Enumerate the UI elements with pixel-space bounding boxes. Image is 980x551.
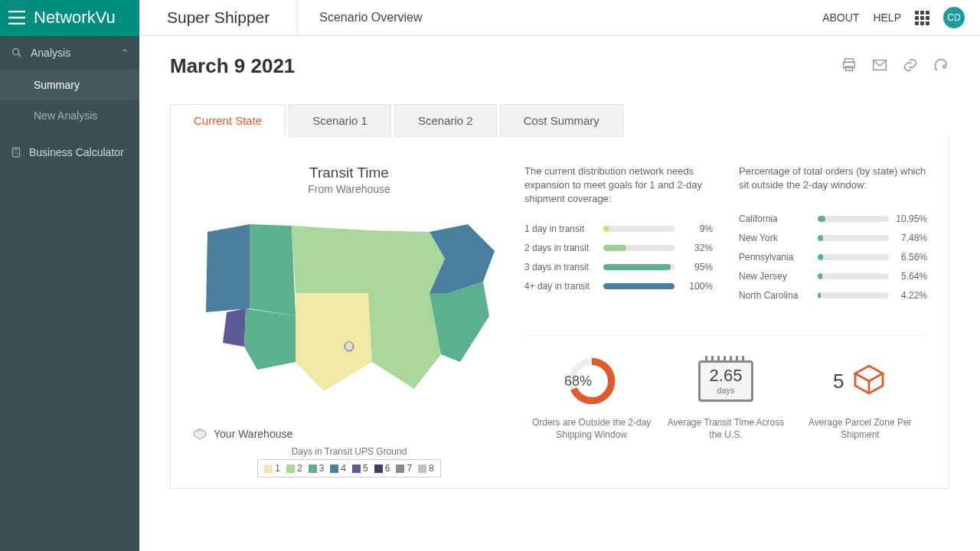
legend-title: Days in Transit UPS Ground bbox=[192, 446, 506, 457]
state-bar bbox=[818, 292, 889, 298]
sidebar-item-business-calculator[interactable]: Business Calculator bbox=[0, 135, 139, 169]
svg-rect-4 bbox=[845, 66, 852, 70]
state-row: North Carolina4.22% bbox=[739, 290, 927, 301]
transit-bar bbox=[603, 245, 675, 251]
sidebar: Analysis ⌃ Summary New Analysis Business… bbox=[0, 36, 139, 551]
legend-item: 3 bbox=[309, 463, 325, 474]
outside-caption: Orders are Outside the 2-day Shipping Wi… bbox=[531, 417, 653, 441]
avg-transit-value: 2.65 bbox=[710, 366, 743, 386]
support-icon[interactable] bbox=[933, 57, 949, 77]
outside-value: 68% bbox=[564, 373, 592, 390]
state-value: 6.56% bbox=[895, 252, 927, 262]
calculator-icon bbox=[11, 146, 21, 158]
state-row: New Jersey5.64% bbox=[739, 271, 927, 282]
warehouse-label: Your Warehouse bbox=[214, 428, 292, 440]
svg-point-0 bbox=[13, 49, 19, 55]
state-bar bbox=[818, 254, 889, 260]
help-link[interactable]: HELP bbox=[873, 11, 901, 24]
legend-item: 2 bbox=[286, 463, 302, 474]
map-title: Transit Time bbox=[192, 165, 506, 181]
avg-transit-caption: Average Transit Time Across the U.S. bbox=[665, 417, 787, 441]
transit-value: 95% bbox=[681, 262, 713, 272]
chevron-up-icon: ⌃ bbox=[121, 47, 129, 58]
transit-label: 3 days in transit bbox=[524, 262, 597, 272]
transit-label: 4+ day in transit bbox=[524, 281, 597, 292]
state-label: California bbox=[739, 214, 812, 224]
states-blurb: Percentage of total orders (by state) wh… bbox=[739, 165, 927, 197]
legend-item: 6 bbox=[374, 463, 390, 474]
notepad-icon: 2.65 days bbox=[698, 360, 754, 402]
apps-icon[interactable] bbox=[915, 11, 929, 25]
email-icon[interactable] bbox=[871, 57, 888, 77]
state-row: California10.95% bbox=[739, 214, 927, 224]
transit-bar bbox=[603, 226, 675, 232]
map-subtitle: From Warehouse bbox=[192, 183, 506, 195]
avatar[interactable]: CD bbox=[943, 7, 965, 28]
brand-name: NetworkVu bbox=[34, 8, 116, 28]
company-name: Super Shipper bbox=[139, 0, 298, 36]
sidebar-calc-label: Business Calculator bbox=[29, 146, 124, 158]
state-row: New York7.48% bbox=[739, 233, 927, 243]
legend-item: 1 bbox=[264, 463, 280, 474]
state-label: New York bbox=[739, 233, 812, 243]
state-value: 7.48% bbox=[895, 233, 927, 243]
menu-icon[interactable] bbox=[0, 11, 34, 24]
transit-value: 32% bbox=[681, 243, 713, 253]
legend-item: 5 bbox=[352, 463, 368, 474]
sidebar-item-new-analysis[interactable]: New Analysis bbox=[0, 100, 139, 131]
transit-label: 1 day in transit bbox=[524, 223, 597, 234]
tab-cost-summary[interactable]: Cost Summary bbox=[500, 104, 623, 137]
state-label: Pennsylvania bbox=[739, 252, 812, 262]
tab-current-state[interactable]: Current State bbox=[170, 104, 286, 137]
transit-value: 9% bbox=[681, 223, 713, 234]
us-map bbox=[192, 209, 506, 411]
state-label: New Jersey bbox=[739, 271, 812, 282]
zone-value: 5 bbox=[833, 370, 844, 393]
transit-row: 2 days in transit32% bbox=[524, 243, 713, 253]
transit-blurb: The current distribution network needs e… bbox=[524, 165, 713, 207]
transit-bar bbox=[603, 264, 675, 270]
state-bar bbox=[818, 216, 889, 222]
tab-scenario-2[interactable]: Scenario 2 bbox=[394, 104, 497, 137]
date-title: March 9 2021 bbox=[170, 54, 295, 78]
transit-row: 3 days in transit95% bbox=[524, 262, 713, 272]
transit-label: 2 days in transit bbox=[524, 243, 597, 253]
link-icon[interactable] bbox=[902, 57, 919, 77]
svg-point-6 bbox=[943, 65, 946, 68]
state-value: 4.22% bbox=[895, 290, 927, 301]
state-label: North Carolina bbox=[739, 290, 812, 301]
avg-transit-unit: days bbox=[710, 386, 743, 395]
about-link[interactable]: ABOUT bbox=[822, 11, 859, 24]
state-row: Pennsylvania6.56% bbox=[739, 252, 927, 262]
transit-bar bbox=[603, 283, 675, 289]
transit-row: 1 day in transit9% bbox=[524, 223, 713, 234]
state-value: 10.95% bbox=[895, 214, 927, 224]
warehouse-icon bbox=[192, 426, 207, 442]
page-title: Scenario Overview bbox=[298, 11, 443, 24]
legend-item: 4 bbox=[330, 463, 346, 474]
zone-caption: Average Parcel Zone Per Shipment bbox=[799, 417, 921, 441]
transit-value: 100% bbox=[681, 281, 713, 292]
sidebar-section-analysis[interactable]: Analysis ⌃ bbox=[0, 36, 139, 70]
legend-item: 7 bbox=[396, 463, 412, 474]
legend: 12345678 bbox=[257, 459, 441, 478]
print-icon[interactable] bbox=[841, 57, 858, 77]
magnify-icon bbox=[11, 47, 23, 59]
state-value: 5.64% bbox=[895, 271, 927, 282]
state-bar bbox=[818, 273, 889, 279]
state-bar bbox=[818, 235, 889, 241]
sidebar-section-label: Analysis bbox=[31, 47, 70, 59]
tab-scenario-1[interactable]: Scenario 1 bbox=[289, 104, 391, 137]
sidebar-item-summary[interactable]: Summary bbox=[0, 70, 139, 100]
transit-row: 4+ day in transit100% bbox=[524, 281, 713, 292]
legend-item: 8 bbox=[418, 463, 434, 474]
package-icon bbox=[851, 361, 887, 401]
